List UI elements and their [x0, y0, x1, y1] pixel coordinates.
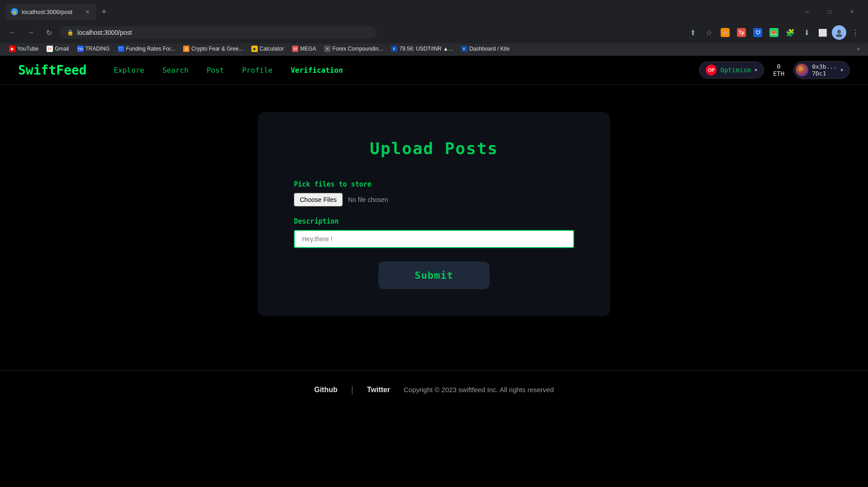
close-button[interactable]: × — [842, 5, 863, 19]
download-icon[interactable]: ⬇ — [799, 25, 814, 40]
footer-separator: | — [351, 384, 354, 395]
forward-button[interactable]: → — [24, 25, 38, 40]
bookmark-dash-text: Dashboard / Kite — [469, 46, 509, 52]
file-section-label: Pick files to store — [294, 180, 574, 188]
bookmark-youtube-text: YouTube — [17, 46, 38, 52]
refresh-button[interactable]: ↻ — [42, 25, 56, 40]
bookmark-calc-text: Calculator — [259, 46, 284, 52]
network-selector-button[interactable]: OP Optimism ▾ — [699, 61, 764, 79]
tab-favicon: 🔒 — [11, 8, 18, 15]
address-bar[interactable]: 🔒 localhost:3000/post — [60, 26, 376, 39]
choose-files-button[interactable]: Choose Files — [294, 193, 343, 206]
bookmarks-bar: ▶ explore YouTube M Gmail TW TRADING 🛡 F… — [0, 43, 868, 56]
network-chevron-icon: ▾ — [755, 67, 757, 73]
app-wrapper: SwiftFeed Explore Search Post Profile Ve… — [0, 56, 868, 444]
description-section: Description — [294, 217, 574, 248]
browser-toolbar-icons: ⬆ ☆ 🐵 Tp 🛡 🦊 🧩 ⬇ ⬜ ⋮ — [685, 25, 863, 40]
main-content: Upload Posts Pick files to store Choose … — [0, 85, 868, 343]
nav-explore[interactable]: Explore — [114, 66, 144, 75]
tp-ext-icon[interactable]: Tp — [734, 25, 749, 40]
footer-copyright: Copyright © 2023 swiftfeed Inc. All righ… — [404, 386, 554, 393]
tab-bar: 🔒 localhost:3000/post × + — [5, 4, 793, 20]
another-ext-icon[interactable]: 🦊 — [767, 25, 781, 40]
eth-unit: ETH — [773, 70, 784, 77]
nav-search[interactable]: Search — [162, 66, 189, 75]
browser-tab-active[interactable]: 🔒 localhost:3000/post × — [5, 4, 96, 20]
lock-icon: 🔒 — [67, 29, 74, 36]
bookmark-mega[interactable]: M MEGA — [288, 44, 320, 53]
upload-card: Upload Posts Pick files to store Choose … — [258, 112, 610, 316]
window-controls: ─ □ × — [797, 5, 863, 19]
bookmark-usdt[interactable]: K 79.56: USDT/INR ▲... — [387, 44, 457, 53]
nav-links: Explore Search Post Profile Verification — [114, 66, 699, 75]
maximize-button[interactable]: □ — [819, 5, 840, 19]
bookmark-crypto[interactable]: A Crypto Fear & Gree... — [179, 44, 247, 53]
eth-amount: 0 — [773, 63, 784, 70]
tampermonkey-ext-icon[interactable]: 🐵 — [718, 25, 732, 40]
nav-right: OP Optimism ▾ 0 ETH 0x3b...7Dc1 ▾ — [699, 61, 850, 79]
bookmark-youtube[interactable]: ▶ explore YouTube — [5, 44, 42, 53]
mega-favicon: M — [292, 46, 298, 52]
usdt-favicon: K — [391, 46, 397, 52]
network-icon: OP — [706, 65, 717, 75]
submit-button[interactable]: Submit — [378, 262, 489, 289]
twitter-link[interactable]: Twitter — [367, 386, 390, 394]
share-icon[interactable]: ⬆ — [685, 25, 700, 40]
bookmark-dash[interactable]: K Dashboard / Kite — [458, 44, 513, 53]
bookmark-gmail[interactable]: M Gmail — [43, 44, 72, 53]
bookmark-trading-text: TRADING — [85, 46, 110, 52]
bookmark-usdt-text: 79.56: USDT/INR ▲... — [399, 46, 453, 52]
footer: Github | Twitter Copyright © 2023 swiftf… — [0, 370, 868, 408]
svg-point-1 — [836, 34, 842, 37]
network-name: Optimism — [720, 66, 750, 74]
browser-profile-avatar[interactable] — [832, 25, 846, 40]
description-input[interactable] — [294, 230, 574, 248]
bookmark-trading[interactable]: TW TRADING — [74, 44, 113, 53]
bookmark-crypto-text: Crypto Fear & Gree... — [191, 46, 243, 52]
tab-close-button[interactable]: × — [85, 7, 90, 16]
new-tab-button[interactable]: + — [98, 5, 110, 18]
trading-favicon: TW — [77, 46, 84, 52]
wallet-chevron-icon: ▾ — [840, 67, 843, 73]
bookmarks-more-button[interactable]: » — [854, 44, 863, 53]
forex-favicon: × — [324, 46, 330, 52]
bookmark-bitwarden[interactable]: 🛡 Funding Rates For... — [114, 44, 179, 53]
bookmark-star-icon[interactable]: ☆ — [702, 25, 716, 40]
address-bar-row: ← → ↻ 🔒 localhost:3000/post ⬆ ☆ 🐵 Tp 🛡 🦊… — [0, 23, 868, 43]
file-section: Pick files to store Choose Files No file… — [294, 180, 574, 206]
youtube-favicon: ▶ — [9, 46, 15, 52]
eth-balance: 0 ETH — [773, 63, 784, 77]
tab-title: localhost:3000/post — [22, 9, 81, 15]
browser-titlebar: 🔒 localhost:3000/post × + ─ □ × — [0, 0, 868, 23]
nav-verification[interactable]: Verification — [291, 66, 343, 75]
back-button[interactable]: ← — [5, 25, 20, 40]
bookmark-bitwarden-text: Funding Rates For... — [126, 46, 175, 52]
gmail-favicon: M — [47, 46, 53, 52]
svg-point-0 — [837, 30, 841, 33]
wallet-avatar — [796, 64, 808, 76]
dash-favicon: K — [461, 46, 467, 52]
file-input-row: Choose Files No file chosen — [294, 193, 574, 206]
bookmark-forex[interactable]: × Forex Compoundin... — [321, 44, 387, 53]
more-options-icon[interactable]: ⋮ — [848, 25, 863, 40]
url-text: localhost:3000/post — [77, 29, 132, 36]
minimize-button[interactable]: ─ — [797, 5, 817, 19]
nav-post[interactable]: Post — [207, 66, 224, 75]
submit-button-wrap: Submit — [294, 262, 574, 289]
split-screen-icon[interactable]: ⬜ — [816, 25, 830, 40]
wallet-address: 0x3b...7Dc1 — [812, 63, 837, 77]
browser-chrome: 🔒 localhost:3000/post × + ─ □ × ← → ↻ 🔒 … — [0, 0, 868, 56]
bookmark-calc[interactable]: ◆ Calculator — [248, 44, 288, 53]
app-logo[interactable]: SwiftFeed — [18, 63, 87, 78]
wallet-button[interactable]: 0x3b...7Dc1 ▾ — [793, 61, 850, 79]
no-file-chosen-text: No file chosen — [348, 196, 388, 203]
bookmark-gmail-text: Gmail — [55, 46, 69, 52]
puzzle-ext-icon[interactable]: 🧩 — [783, 25, 797, 40]
bitwarden-ext-icon[interactable]: 🛡 — [750, 25, 765, 40]
bitwarden-favicon: 🛡 — [118, 46, 124, 52]
github-link[interactable]: Github — [314, 386, 338, 394]
nav-profile[interactable]: Profile — [242, 66, 272, 75]
bookmark-forex-text: Forex Compoundin... — [332, 46, 383, 52]
bookmark-mega-text: MEGA — [300, 46, 316, 52]
crypto-favicon: A — [183, 46, 189, 52]
